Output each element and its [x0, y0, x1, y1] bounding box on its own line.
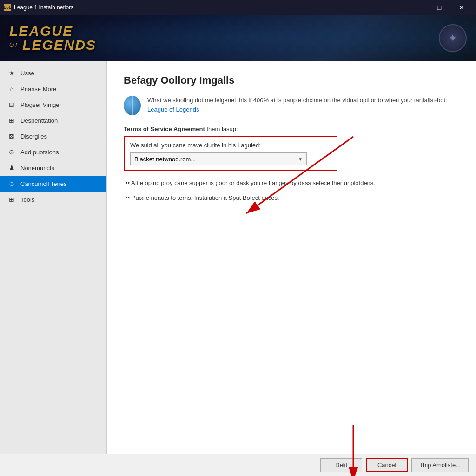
- sidebar-label-cancumoll: Cancumoll Teries: [20, 180, 66, 187]
- maximize-button[interactable]: □: [429, 0, 450, 15]
- dropdown-value: Blacket netwnod.rom...: [134, 156, 196, 163]
- monitor-icon: ⊟: [7, 101, 16, 108]
- dropdown-arrow-icon: ▼: [298, 157, 303, 162]
- sidebar-label-despenttation: Despenttation: [20, 117, 58, 124]
- thip-amoliste-button[interactable]: Thip Amoliste...: [411, 458, 469, 472]
- sidebar-item-pnanse-more[interactable]: ⌂ Pnanse More: [0, 81, 106, 97]
- logo: LEAGUE OF LEGENDS: [9, 24, 96, 52]
- sidebar-label-plogser: Plogser Viniger: [20, 101, 61, 108]
- window-title: League 1 Instalh netiors: [14, 4, 73, 11]
- app-icon: LoL: [4, 4, 11, 11]
- bullet-item-2: •• Puixile neauts to terns. Instalation …: [124, 193, 459, 203]
- tools-icon: ⊞: [7, 196, 16, 203]
- grid-icon: ⊞: [7, 117, 16, 124]
- sidebar-item-usse[interactable]: ★ Usse: [0, 65, 106, 81]
- region-dropdown[interactable]: Blacket netwnod.rom... ▼: [130, 152, 307, 165]
- bullet-section: •• Aftle opinc proy cane supper is goor …: [124, 178, 459, 202]
- tos-section: Terms of Service Agreement them lasup: W…: [124, 126, 459, 171]
- header-emblem: ✦: [439, 24, 467, 52]
- sidebar-label-disergiles: Disergiles: [20, 133, 47, 140]
- sidebar: ★ Usse ⌂ Pnanse More ⊟ Plogser Viniger ⊞…: [0, 61, 107, 454]
- sidebar-item-cancumoll-teries[interactable]: ☺ Cancumoll Teries: [0, 176, 106, 192]
- face-icon: ☺: [7, 180, 16, 187]
- globe-icon: [124, 96, 141, 115]
- package-icon: ⊠: [7, 132, 16, 140]
- add-icon: ⊙: [7, 148, 16, 156]
- sidebar-item-despenttation[interactable]: ⊞ Despenttation: [0, 112, 106, 128]
- sidebar-label-pnanse: Pnanse More: [20, 86, 56, 93]
- sidebar-item-tools[interactable]: ⊞ Tools: [0, 192, 106, 207]
- delit-button[interactable]: Delit: [320, 458, 362, 472]
- close-button[interactable]: ✕: [451, 0, 472, 15]
- tos-label: Terms of Service Agreement them lasup:: [124, 126, 459, 132]
- tos-red-box: We suid all you cane mave clurlte in his…: [124, 136, 337, 171]
- page-title: Befagy Oollory Imgalls: [124, 74, 459, 86]
- footer: Delit Cancel Thip Amoliste...: [0, 454, 476, 476]
- emblem-icon: ✦: [448, 32, 457, 45]
- titlebar: LoL League 1 Instalh netiors — □ ✕: [0, 0, 476, 15]
- sidebar-label-usse: Usse: [20, 70, 34, 77]
- info-box: What we slooling dot me leigenel this if…: [124, 96, 459, 115]
- sidebar-label-nonemuncts: Nonemuncts: [20, 165, 54, 172]
- sidebar-label-tools: Tools: [20, 196, 34, 203]
- logo-legends: LEGENDS: [22, 38, 96, 52]
- logo-text: LEAGUE OF LEGENDS: [9, 24, 96, 52]
- sidebar-item-nonemuncts[interactable]: ♟ Nonemuncts: [0, 160, 106, 176]
- sidebar-item-disergiles[interactable]: ⊠ Disergiles: [0, 128, 106, 144]
- titlebar-controls: — □ ✕: [406, 0, 472, 15]
- header-banner: LEAGUE OF LEGENDS ✦: [0, 15, 476, 61]
- sidebar-label-add: Add puotslons: [20, 149, 59, 156]
- dropdown-container: Blacket netwnod.rom... ▼: [130, 152, 331, 165]
- tos-label-rest: them lasup:: [205, 126, 238, 132]
- titlebar-left: LoL League 1 Instalh netiors: [4, 4, 73, 11]
- user-icon: ♟: [7, 164, 16, 172]
- info-description: What we slooling dot me leigenel this if…: [147, 97, 447, 104]
- sidebar-item-add-puotslons[interactable]: ⊙ Add puotslons: [0, 144, 106, 160]
- minimize-button[interactable]: —: [406, 0, 428, 15]
- logo-league: LEAGUE: [9, 24, 96, 38]
- logo-of: OF: [9, 42, 20, 48]
- redbox-title: We suid all you cane mave clurlte in his…: [130, 142, 331, 149]
- info-text: What we slooling dot me leigenel this if…: [147, 96, 459, 115]
- sidebar-item-plogser-viniger[interactable]: ⊟ Plogser Viniger: [0, 97, 106, 112]
- info-link[interactable]: League of Legends: [147, 106, 199, 113]
- bullet-item-1: •• Aftle opinc proy cane supper is goor …: [124, 178, 459, 188]
- home-icon: ⌂: [7, 85, 16, 93]
- tos-label-bold: Terms of Service Agreement: [124, 126, 205, 132]
- cancel-button[interactable]: Cancel: [366, 458, 408, 472]
- star-icon: ★: [7, 69, 16, 77]
- main-content: Befagy Oollory Imgalls What we slooling …: [107, 61, 476, 454]
